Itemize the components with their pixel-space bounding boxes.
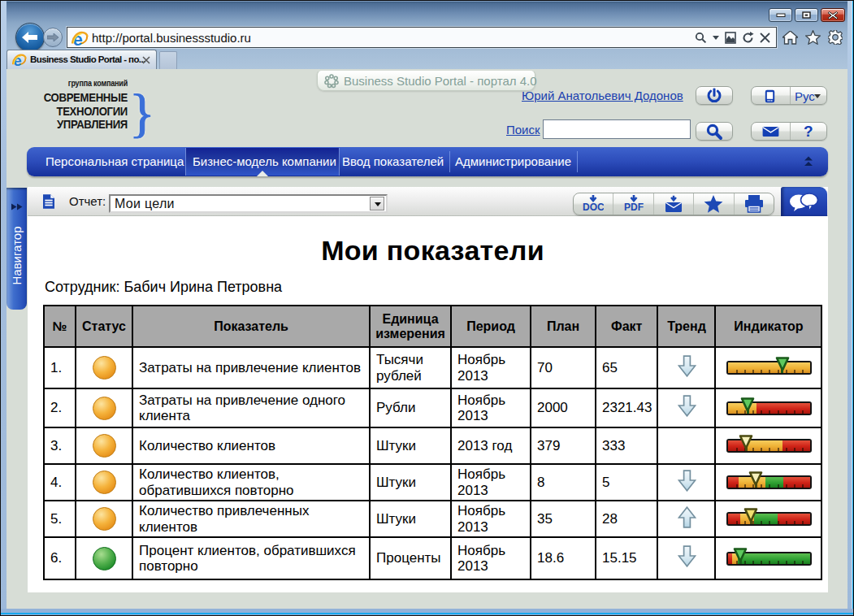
svg-text:DOC: DOC — [583, 202, 604, 213]
svg-text:PDF: PDF — [624, 202, 644, 213]
